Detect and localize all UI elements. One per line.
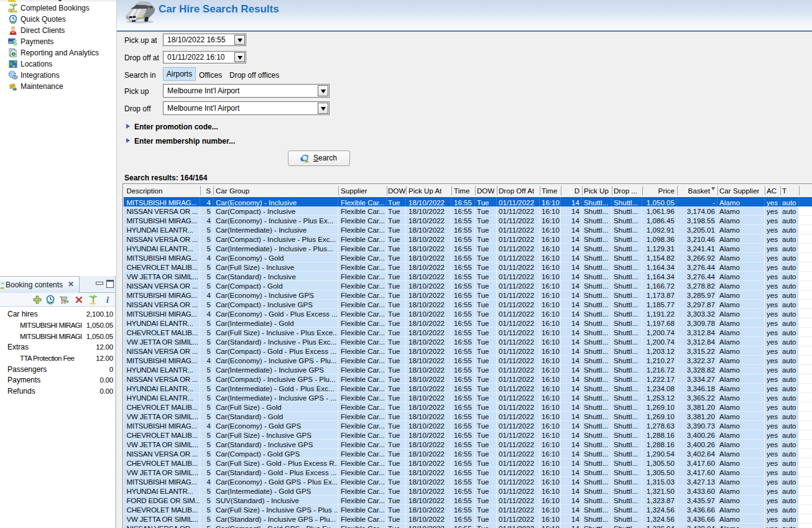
svg-text:i: i — [106, 295, 109, 305]
svg-text:!: ! — [13, 53, 14, 56]
svg-text:$: $ — [13, 39, 17, 47]
